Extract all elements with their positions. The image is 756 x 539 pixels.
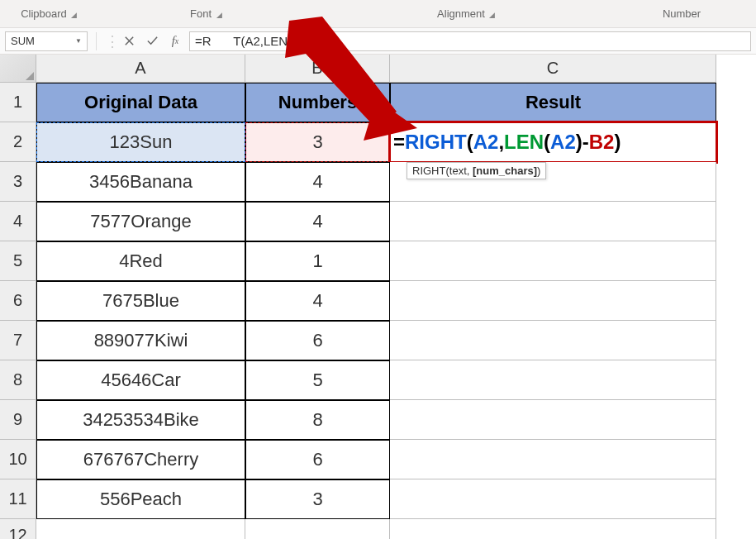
row-header-10[interactable]: 10: [0, 440, 36, 479]
cell-C12[interactable]: [390, 519, 716, 539]
grid-header-row: A B C: [0, 55, 756, 83]
select-all-corner[interactable]: [0, 55, 36, 83]
insert-function-button[interactable]: fx: [166, 32, 184, 50]
cell-B5[interactable]: 1: [245, 241, 390, 281]
cell-A3[interactable]: 3456Banana: [36, 162, 245, 202]
row-header-5[interactable]: 5: [0, 241, 36, 281]
cell-A5[interactable]: 4Red: [36, 241, 245, 281]
ribbon-label: Number: [663, 7, 701, 20]
cell-C4[interactable]: [390, 202, 716, 241]
cell-C9[interactable]: [390, 400, 716, 440]
cell-A8[interactable]: 45646Car: [36, 360, 245, 400]
row-header-9[interactable]: 9: [0, 400, 36, 440]
cell-C8[interactable]: [390, 360, 716, 400]
cell-B7[interactable]: 6: [245, 321, 390, 360]
ribbon-label: Clipboard: [21, 7, 67, 20]
cell-C5[interactable]: [390, 241, 716, 281]
cell-B11[interactable]: 3: [245, 479, 390, 519]
cell-C6[interactable]: [390, 281, 716, 321]
tooltip-arg: text: [449, 165, 467, 177]
formula-text-prefix: =R: [195, 34, 212, 48]
tooltip-fn: RIGHT: [412, 165, 445, 177]
name-box-value: SUM: [11, 35, 35, 47]
cell-A2[interactable]: 123Sun: [36, 122, 245, 162]
cell-A12[interactable]: [36, 519, 245, 539]
cell-B2[interactable]: 3: [245, 122, 390, 162]
ribbon-label: Font: [190, 7, 212, 20]
row-headers: 1 2 3 4 5 6 7 8 9 10 11 12: [0, 83, 36, 539]
row-header-11[interactable]: 11: [0, 479, 36, 519]
column-headers: A B C: [36, 55, 716, 83]
formula-minus: -: [582, 131, 589, 154]
grid-body: 1 2 3 4 5 6 7 8 9 10 11 12 Original Data…: [0, 83, 756, 539]
cell-C7[interactable]: [390, 321, 716, 360]
row-header-12[interactable]: 12: [0, 519, 36, 539]
cell-C2[interactable]: =RIGHT(A2,LEN(A2)-B2) RIGHT(text, [num_c…: [390, 122, 716, 162]
col-header-A[interactable]: A: [36, 55, 245, 83]
formula-bar-row: SUM ▼ ⋮ fx =R IGH T(A2,LEN(A2)-B2): [0, 28, 756, 55]
function-tooltip: RIGHT(text, [num_chars]): [407, 162, 546, 179]
formula-fn-right: RIGHT: [405, 131, 467, 154]
formula-eq: =: [393, 131, 405, 154]
formula-ref-a2: A2: [473, 131, 499, 154]
formula-paren: (: [544, 131, 550, 154]
formula-ref-b2: B2: [589, 131, 615, 154]
ribbon-group-font: Font◢: [99, 7, 314, 20]
formula-paren: (: [467, 131, 473, 154]
cell-A1[interactable]: Original Data: [36, 83, 245, 122]
formula-comma: ,: [498, 131, 504, 154]
dialog-launcher-icon[interactable]: ◢: [70, 11, 78, 19]
cell-C11[interactable]: [390, 479, 716, 519]
ribbon-group-number: Number: [620, 7, 744, 20]
cell-C10[interactable]: [390, 440, 716, 479]
tooltip-sep: ,: [467, 165, 473, 177]
formula-paren: ): [576, 131, 582, 154]
cell-A9[interactable]: 34253534Bike: [36, 400, 245, 440]
tooltip-arg-bold: [num_chars]: [473, 165, 537, 177]
tooltip-paren: ): [537, 165, 540, 177]
row-header-1[interactable]: 1: [0, 83, 36, 122]
col-header-C[interactable]: C: [390, 55, 716, 83]
row-header-2[interactable]: 2: [0, 122, 36, 162]
ribbon-label: Alignment: [437, 7, 485, 20]
col-header-B[interactable]: B: [245, 55, 390, 83]
enter-formula-button[interactable]: [143, 32, 161, 50]
dialog-launcher-icon[interactable]: ◢: [488, 11, 497, 19]
cancel-formula-button[interactable]: [120, 32, 138, 50]
cell-A10[interactable]: 676767Cherry: [36, 440, 245, 479]
cell-A6[interactable]: 7675Blue: [36, 281, 245, 321]
row-header-4[interactable]: 4: [0, 202, 36, 241]
cell-B10[interactable]: 6: [245, 440, 390, 479]
cell-B12[interactable]: [245, 519, 390, 539]
cell-B1[interactable]: Numbers: [245, 83, 390, 122]
cell-A11[interactable]: 556Peach: [36, 479, 245, 519]
cell-A7[interactable]: 889077Kiwi: [36, 321, 245, 360]
formula-bar-input[interactable]: =R IGH T(A2,LEN(A2)-B2): [189, 31, 751, 51]
formula-paren: ): [614, 131, 620, 154]
cell-B3[interactable]: 4: [245, 162, 390, 202]
separator-dots: ⋮: [105, 32, 115, 50]
formula-ref-a2: A2: [550, 131, 576, 154]
separator: [96, 32, 97, 50]
ribbon-group-labels: Clipboard◢ Font◢ Alignment◢ Number: [0, 0, 756, 28]
formula-fn-len: LEN: [504, 131, 544, 154]
formula-display: =RIGHT(A2,LEN(A2)-B2): [390, 131, 620, 154]
cells-region: Original Data Numbers Result 123Sun 3 =R…: [36, 83, 716, 539]
cell-A4[interactable]: 7577Orange: [36, 202, 245, 241]
cell-B8[interactable]: 5: [245, 360, 390, 400]
dialog-launcher-icon[interactable]: ◢: [215, 11, 223, 19]
cell-C1[interactable]: Result: [390, 83, 716, 122]
dropdown-caret-icon[interactable]: ▼: [75, 37, 82, 45]
row-header-8[interactable]: 8: [0, 360, 36, 400]
cell-B9[interactable]: 8: [245, 400, 390, 440]
formula-text-suffix: T(A2,LEN(A2)-B2): [233, 34, 335, 48]
cell-B6[interactable]: 4: [245, 281, 390, 321]
row-header-7[interactable]: 7: [0, 321, 36, 360]
name-box[interactable]: SUM ▼: [5, 31, 88, 51]
ribbon-group-clipboard: Clipboard◢: [0, 7, 99, 20]
ribbon-group-alignment: Alignment◢: [314, 7, 620, 20]
row-header-6[interactable]: 6: [0, 281, 36, 321]
row-header-3[interactable]: 3: [0, 162, 36, 202]
cell-B4[interactable]: 4: [245, 202, 390, 241]
